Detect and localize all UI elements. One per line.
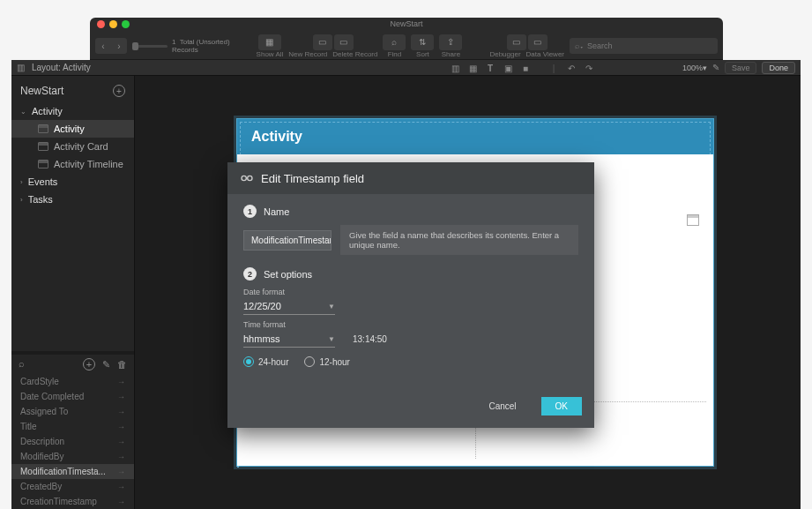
image-tool-icon[interactable]: ▣	[502, 63, 514, 73]
tree-item-activity-card[interactable]: Activity Card	[11, 138, 134, 155]
tb-debugger[interactable]: ▭ ▭ Debugger Data Viewer	[489, 34, 564, 58]
tree-group-events[interactable]: › Events	[11, 173, 134, 191]
radio-12-hour[interactable]: 12-hour	[304, 356, 349, 367]
tb-newrecord-label: New Record	[288, 50, 327, 58]
arrow-right-icon: →	[117, 498, 125, 506]
cancel-button[interactable]: Cancel	[474, 397, 530, 415]
tb-find[interactable]: ⌕ Find	[383, 34, 406, 58]
layout-icon	[38, 124, 48, 133]
showall-icon[interactable]: ▦	[258, 34, 281, 50]
field-item[interactable]: CardStyle→	[11, 374, 134, 389]
deleterecord-icon[interactable]: ▭	[334, 34, 354, 50]
dialog-title: Edit Timestamp field	[261, 172, 364, 185]
field-name-input[interactable]: ModificationTimestamp	[243, 230, 332, 251]
time-format-value: hhmmss	[243, 333, 280, 344]
search-icon[interactable]: ⌕	[19, 358, 31, 371]
preview-icon[interactable]: ✎	[712, 63, 719, 72]
shape-tool-icon[interactable]: ■	[519, 63, 532, 73]
field-item[interactable]: Title→	[11, 419, 134, 434]
tree-group-activity[interactable]: ⌄ Activity	[11, 102, 134, 120]
delete-field-icon[interactable]: 🗑	[117, 359, 127, 370]
nav-back-forward[interactable]: ‹ ›	[95, 38, 127, 54]
window-title: NewStart	[390, 19, 422, 28]
record-slider[interactable]	[132, 45, 168, 48]
timestamp-icon	[240, 171, 254, 185]
section-name: 1 Name ModificationTimestamp Give the fi…	[243, 205, 578, 255]
tree-group-tasks[interactable]: › Tasks	[11, 191, 134, 208]
nav-forward-icon[interactable]: ›	[111, 38, 127, 54]
divider: |	[548, 63, 560, 73]
radio-24-label: 24-hour	[258, 357, 288, 367]
tb-sort-label: Sort	[416, 50, 429, 58]
done-button[interactable]: Done	[762, 62, 795, 74]
zoom-level[interactable]: 100%▾	[682, 64, 707, 72]
text-tool-icon[interactable]: T	[484, 63, 496, 73]
minimize-icon[interactable]	[109, 20, 117, 28]
database-header: NewStart +	[11, 76, 134, 102]
radio-24-hour[interactable]: 24-hour	[243, 356, 288, 367]
newrecord-icon[interactable]: ▭	[313, 34, 332, 50]
field-item-label: Description	[20, 437, 64, 446]
field-item[interactable]: ModificationTimesta...→	[11, 464, 134, 479]
tree-item-activity[interactable]: Activity	[11, 120, 134, 138]
dialog-footer: Cancel OK	[227, 388, 594, 428]
dataviewer-icon[interactable]: ▭	[528, 34, 548, 50]
tb-debugger-label: Debugger	[489, 50, 520, 58]
tb-showall-label: Show All	[257, 50, 284, 58]
date-format-select[interactable]: 12/25/20 ▼	[243, 298, 335, 315]
edit-field-icon[interactable]: ✎	[102, 359, 110, 371]
tb-deleterecord-label: Delete Record	[332, 50, 377, 58]
field-item-label: Title	[20, 422, 37, 431]
save-button[interactable]: Save	[725, 62, 757, 74]
close-icon[interactable]	[97, 20, 105, 28]
share-icon[interactable]: ⇪	[439, 34, 462, 50]
maximize-icon[interactable]	[122, 20, 130, 28]
search-placeholder: Search	[587, 41, 613, 50]
layout-columns-icon[interactable]: ▥	[449, 63, 461, 73]
record-navigator[interactable]: 1 Total (Unsorted) Records	[132, 38, 230, 54]
tree-item-label: Activity Timeline	[54, 159, 123, 169]
add-field-button[interactable]: +	[83, 358, 95, 371]
calendar-icon[interactable]	[687, 214, 699, 226]
field-item-label: CreatedBy	[20, 482, 62, 491]
tb-share[interactable]: ⇪ Share	[439, 34, 462, 58]
dialog-body: 1 Name ModificationTimestamp Give the fi…	[227, 194, 594, 388]
layout-breadcrumb[interactable]: Layout: Activity	[32, 63, 91, 72]
chevron-down-icon: ⌄	[20, 108, 26, 116]
field-item[interactable]: Assigned To→	[11, 404, 134, 419]
redo-icon[interactable]: ↷	[583, 63, 595, 73]
sort-icon[interactable]: ⇅	[411, 34, 434, 50]
field-item[interactable]: Description→	[11, 434, 134, 449]
radio-on-icon	[243, 356, 254, 367]
field-item[interactable]: ModifiedBy→	[11, 449, 134, 464]
tb-showall[interactable]: ▦ Show All	[257, 34, 284, 58]
records-caption: Records	[172, 46, 230, 54]
tree-item-activity-timeline[interactable]: Activity Timeline	[11, 155, 134, 173]
nav-back-icon[interactable]: ‹	[95, 38, 111, 54]
add-layout-button[interactable]: +	[113, 85, 125, 97]
time-format-select[interactable]: hhmmss ▼	[243, 331, 335, 348]
chevron-right-icon: ›	[20, 178, 23, 186]
layout-header-part[interactable]: Activity	[237, 119, 713, 154]
toolbar-search[interactable]: ⌕▾ Search	[570, 38, 718, 54]
step-2-badge: 2	[243, 267, 257, 281]
undo-icon[interactable]: ↶	[565, 63, 577, 73]
debugger-icon[interactable]: ▭	[507, 34, 526, 50]
tb-newrecord[interactable]: ▭ ▭ New Record Delete Record	[288, 34, 377, 58]
field-item[interactable]: Date Completed→	[11, 389, 134, 404]
field-list: CardStyle→Date Completed→Assigned To→Tit…	[11, 374, 134, 509]
find-icon[interactable]: ⌕	[383, 34, 406, 50]
tb-dataviewer-label: Data Viewer	[526, 50, 564, 58]
tree-item-label: Activity	[54, 124, 85, 134]
layout-grid-icon[interactable]: ▦	[466, 63, 479, 73]
tb-sort[interactable]: ⇅ Sort	[411, 34, 434, 58]
traffic-lights	[97, 20, 130, 28]
step-1-label: Name	[264, 206, 289, 217]
field-item-label: ModificationTimesta...	[20, 467, 106, 476]
field-item[interactable]: CreationTimestamp→	[11, 494, 134, 509]
panel-toggle-icon[interactable]: ▥	[17, 63, 25, 72]
field-item[interactable]: CreatedBy→	[11, 479, 134, 494]
step-1-badge: 1	[243, 205, 257, 218]
field-name-hint: Give the field a name that describes its…	[340, 225, 578, 255]
ok-button[interactable]: OK	[541, 397, 582, 415]
